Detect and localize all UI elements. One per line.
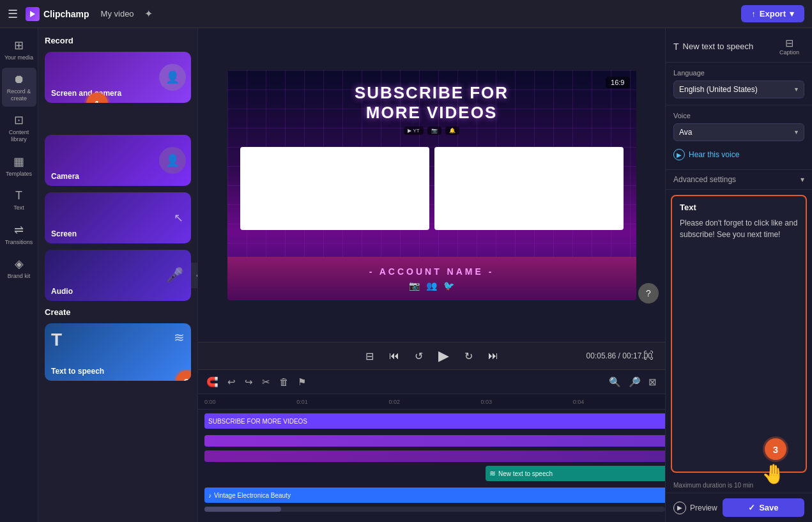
play-icon: ▶ bbox=[673, 149, 685, 160]
fullscreen-btn[interactable]: ⛶ bbox=[641, 348, 656, 364]
ruler-mark-1: 0:01 bbox=[296, 399, 388, 405]
camera-card[interactable]: Camera 👤 bbox=[45, 135, 191, 186]
help-button[interactable]: ? bbox=[638, 283, 659, 303]
language-section: Language English (United States) bbox=[666, 63, 812, 105]
magnet-tool[interactable]: 🧲 bbox=[204, 374, 220, 390]
captions-toggle[interactable]: ⊟ bbox=[363, 348, 376, 365]
language-select[interactable]: English (United States) bbox=[673, 81, 804, 98]
advanced-settings[interactable]: Advanced settings ▾ bbox=[666, 170, 812, 190]
aspect-ratio-badge: 16:9 bbox=[606, 77, 629, 88]
ruler-mark-2: 0:02 bbox=[388, 399, 480, 405]
play-pause-btn[interactable]: ▶ bbox=[436, 345, 452, 367]
sidebar-item-text[interactable]: T Text bbox=[2, 184, 36, 217]
text-icon: T bbox=[15, 189, 22, 203]
white-box-right bbox=[434, 147, 624, 230]
screen-and-camera-card[interactable]: Screen and camera 👤 1 🤚 bbox=[45, 52, 191, 103]
menu-icon[interactable]: ☰ bbox=[8, 7, 18, 21]
caption-button[interactable]: ⊟ Caption bbox=[774, 35, 804, 58]
audio-icon: 🎤 bbox=[166, 267, 183, 284]
video-content: SUBSCRIBE FOR MORE VIDEOS ▶ YT 📷 🔔 - ACC… bbox=[227, 70, 636, 300]
screen-camera-label: Screen and camera bbox=[51, 89, 121, 98]
skip-to-end[interactable]: ⏭ bbox=[486, 348, 501, 364]
text-label: Text bbox=[680, 203, 798, 212]
text-to-speech-card[interactable]: T ≋ Text to speech 2 🤚 bbox=[45, 323, 191, 381]
cursor-icon: ↖ bbox=[174, 211, 183, 225]
timeline-area[interactable]: 0:00 0:01 0:02 0:03 0:04 SUBSCRIBE FOR M… bbox=[198, 394, 665, 522]
track-music-content: ♪ Vintage Electronica Beauty bbox=[204, 486, 665, 504]
hear-voice-button[interactable]: ▶ Hear this voice bbox=[673, 146, 739, 163]
sidebar-label-text: Text bbox=[13, 204, 24, 211]
sidebar: ⊞ Your media ⏺ Record &create ⊡ Contentl… bbox=[0, 28, 38, 522]
right-panel: T New text to speech ⊟ Caption Language … bbox=[665, 28, 812, 522]
delete-btn[interactable]: 🗑 bbox=[277, 374, 291, 389]
save-button[interactable]: ✓ Save bbox=[723, 498, 804, 517]
project-name[interactable]: My video bbox=[101, 9, 134, 19]
screen-card[interactable]: Screen ↖ bbox=[45, 192, 191, 243]
undo-btn[interactable]: ↩ bbox=[226, 374, 238, 390]
fit-btn[interactable]: ⊠ bbox=[647, 374, 659, 390]
panel-title: T New text to speech bbox=[673, 42, 753, 52]
music-note-icon: ♪ bbox=[208, 492, 211, 499]
fast-forward-btn[interactable]: ↻ bbox=[462, 348, 475, 365]
flag-btn[interactable]: ⚑ bbox=[296, 374, 308, 390]
tts-clip[interactable]: ≋ New text to speech bbox=[486, 466, 665, 481]
checkmark-icon: ✓ bbox=[748, 503, 755, 512]
track-music: ♪ Vintage Electronica Beauty bbox=[204, 486, 665, 504]
voice-section: Voice Ava ▶ Hear this voice bbox=[666, 105, 812, 170]
panel-collapse-btn[interactable]: ‹ bbox=[191, 263, 198, 288]
svg-marker-0 bbox=[30, 11, 35, 17]
twitter-icon: 🐦 bbox=[443, 280, 454, 291]
scrollbar-thumb[interactable] bbox=[204, 507, 281, 512]
max-duration-label: Maximum duration is 10 min bbox=[666, 478, 812, 493]
track-video2 bbox=[204, 449, 665, 463]
track-tts: ≋ New text to speech bbox=[204, 464, 665, 485]
video-preview: SUBSCRIBE FOR MORE VIDEOS ▶ YT 📷 🔔 - ACC… bbox=[198, 28, 665, 342]
social-icons: 📷 👥 🐦 bbox=[240, 280, 624, 291]
video-social-row: ▶ YT 📷 🔔 bbox=[404, 127, 459, 135]
audio-card[interactable]: Audio 🎤 bbox=[45, 250, 191, 301]
music-clip[interactable]: ♪ Vintage Electronica Beauty bbox=[204, 487, 665, 503]
sidebar-item-brand-kit[interactable]: ◈ Brand kit bbox=[2, 252, 36, 285]
zoom-in-btn[interactable]: 🔎 bbox=[627, 374, 643, 390]
export-button[interactable]: ↑ Export ▾ bbox=[741, 5, 804, 22]
account-name: - ACCOUNT NAME - bbox=[240, 266, 624, 277]
caption-icon: ⊟ bbox=[785, 37, 793, 49]
sidebar-item-content-library[interactable]: ⊡ Contentlibrary bbox=[2, 108, 36, 148]
text-input[interactable] bbox=[680, 217, 798, 465]
content-library-icon: ⊡ bbox=[14, 113, 24, 127]
preview-button[interactable]: ▶ Preview bbox=[673, 502, 717, 514]
skip-to-start[interactable]: ⏮ bbox=[387, 348, 402, 364]
ruler-mark-0: 0:00 bbox=[204, 399, 296, 405]
rewind-btn[interactable]: ↺ bbox=[412, 348, 425, 365]
sidebar-item-transitions[interactable]: ⇌ Transitions bbox=[2, 218, 36, 251]
ruler-mark-4: 0:04 bbox=[573, 399, 665, 405]
screen-label: Screen bbox=[51, 229, 77, 238]
cut-btn[interactable]: ✂ bbox=[260, 374, 272, 390]
record-section-title: Record bbox=[45, 36, 191, 45]
app-name: Clipchamp bbox=[43, 9, 89, 19]
ruler-mark-3: 0:03 bbox=[481, 399, 573, 405]
zoom-out-btn[interactable]: 🔍 bbox=[607, 374, 623, 390]
sidebar-label-transitions: Transitions bbox=[5, 239, 33, 246]
subscribe-clip[interactable]: SUBSCRIBE FOR MORE VIDEOS bbox=[204, 413, 665, 429]
annotation-3: 3 bbox=[765, 438, 786, 460]
annotation-2: 2 bbox=[176, 371, 191, 381]
sidebar-item-record-create[interactable]: ⏺ Record &create bbox=[2, 68, 36, 107]
language-select-wrapper: English (United States) bbox=[673, 81, 804, 98]
tts-panel-icon: T bbox=[673, 42, 679, 52]
panel-actions: ▶ Preview ✓ Save bbox=[666, 493, 812, 522]
redo-btn[interactable]: ↪ bbox=[243, 374, 255, 390]
timeline-scrollbar[interactable] bbox=[204, 507, 665, 512]
sidebar-item-your-media[interactable]: ⊞ Your media bbox=[2, 33, 36, 66]
video-title: SUBSCRIBE FOR MORE VIDEOS bbox=[342, 83, 521, 123]
video-clip-1[interactable] bbox=[204, 435, 665, 447]
voice-select[interactable]: Ava bbox=[673, 123, 804, 141]
screen-camera-preview: 👤 bbox=[159, 64, 186, 91]
facebook-icon: 👥 bbox=[426, 280, 437, 291]
topbar: ☰ Clipchamp My video ✦ ↑ Export ▾ bbox=[0, 0, 812, 28]
export-chevron: ▾ bbox=[790, 9, 794, 19]
video-clip-2[interactable] bbox=[204, 450, 665, 462]
sidebar-label-record-create: Record &create bbox=[7, 88, 31, 102]
logo-icon bbox=[26, 7, 40, 21]
sidebar-item-templates[interactable]: ▦ Templates bbox=[2, 150, 36, 183]
